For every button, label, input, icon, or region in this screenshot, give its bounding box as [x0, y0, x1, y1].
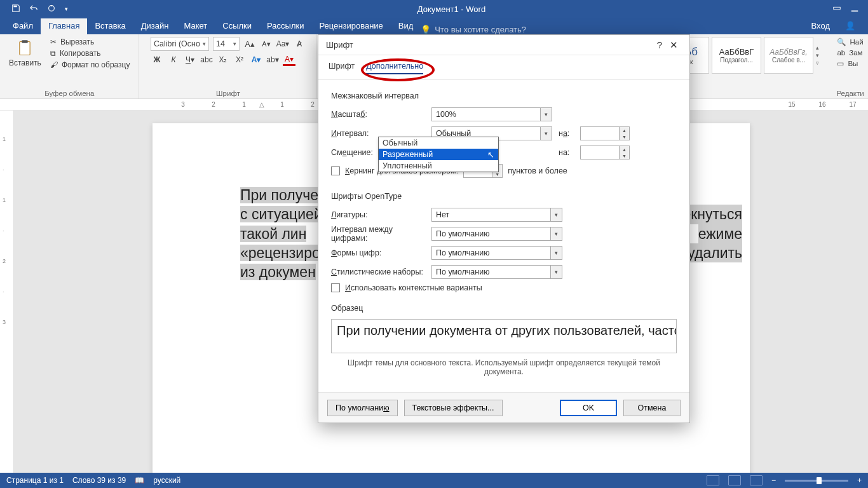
zoom-slider[interactable] — [785, 480, 848, 482]
status-bar: Страница 1 из 1 Слово 39 из 39 📖 русский… — [0, 473, 868, 488]
signin-button[interactable]: Вход — [804, 18, 837, 34]
save-icon[interactable] — [11, 4, 20, 15]
status-page[interactable]: Страница 1 из 1 — [6, 476, 64, 485]
ligatures-label: Лигатуры: — [331, 210, 425, 219]
ligatures-combo[interactable]: Нет▾ — [431, 208, 562, 222]
undo-icon[interactable] — [29, 4, 38, 15]
section-char-spacing: Межзнаковый интервал — [331, 92, 677, 100]
qat-dropdown-icon[interactable]: ▾ — [65, 6, 68, 12]
tab-design[interactable]: Дизайн — [133, 18, 177, 34]
ok-button[interactable]: OK — [560, 400, 617, 416]
paste-button[interactable]: Вставить — [6, 38, 44, 69]
dialog-button-bar: По умолчанию Текстовые эффекты... OK Отм… — [318, 392, 689, 423]
tab-references[interactable]: Ссылки — [215, 18, 259, 34]
group-label-editing: Редакти — [836, 90, 864, 97]
group-editing: 🔍 Най ab Зам ▭ Вы Редакти — [832, 34, 868, 98]
tab-mailings[interactable]: Рассылки — [259, 18, 311, 34]
dialog-tabs: Шрифт Дополнительно — [318, 55, 689, 80]
style-weak[interactable]: АаБбВвГг,Слабое в... — [764, 37, 813, 74]
change-case-icon[interactable]: Aa▾ — [276, 37, 289, 50]
kerning-checkbox[interactable] — [331, 166, 340, 175]
replace-button[interactable]: ab Зам — [834, 48, 865, 57]
dialog-help-icon[interactable]: ? — [653, 39, 666, 50]
numspacing-combo[interactable]: По умолчанию▾ — [431, 227, 562, 241]
numforms-label: Формы цифр: — [331, 248, 425, 257]
stylesets-label: Стилистические наборы: — [331, 268, 425, 276]
shrink-font-icon[interactable]: A▾ — [260, 37, 273, 50]
dialog-tab-advanced[interactable]: Дополнительно — [366, 62, 423, 74]
vertical-ruler[interactable]: 1· 1· 2· 3 — [0, 111, 14, 473]
default-button[interactable]: По умолчанию — [327, 400, 398, 416]
status-words[interactable]: Слово 39 из 39 — [72, 476, 126, 485]
font-name-combo[interactable]: Calibri (Осно▾ — [151, 37, 209, 51]
dialog-close-icon[interactable]: ✕ — [666, 39, 682, 51]
group-label-font: Шрифт — [216, 90, 240, 97]
svg-rect-3 — [20, 42, 30, 55]
tab-view[interactable]: Вид — [391, 18, 421, 34]
strike-icon[interactable]: abc — [200, 53, 213, 66]
tell-me-search[interactable]: 💡 Что вы хотите сделать? — [421, 25, 526, 34]
zoom-out-icon[interactable]: − — [771, 476, 776, 485]
subscript-icon[interactable]: X₂ — [217, 53, 229, 66]
view-read-icon[interactable] — [707, 475, 719, 485]
spacing-by-spinner[interactable]: ▲▼ — [580, 126, 630, 140]
stylesets-combo[interactable]: По умолчанию▾ — [431, 265, 562, 279]
find-button[interactable]: 🔍 Най — [834, 37, 865, 47]
kerning-tail-label: пунктов и более — [508, 166, 567, 175]
proofing-icon[interactable]: 📖 — [135, 476, 144, 485]
numforms-combo[interactable]: По умолчанию▾ — [431, 246, 562, 260]
superscript-icon[interactable]: X² — [233, 53, 246, 66]
view-print-icon[interactable] — [728, 475, 741, 485]
contextual-checkbox[interactable] — [331, 283, 340, 292]
cut-button[interactable]: ✂ Вырезать — [48, 37, 133, 47]
cancel-button[interactable]: Отмена — [623, 400, 681, 416]
copy-button[interactable]: ⧉ Копировать — [48, 48, 133, 58]
title-bar: ▾ Документ1 - Word — [0, 0, 868, 18]
tab-insert[interactable]: Вставка — [87, 18, 133, 34]
numspacing-label: Интервал между цифрами: — [331, 225, 425, 243]
dialog-tab-font[interactable]: Шрифт — [329, 62, 355, 74]
spacing-option-condensed[interactable]: Уплотненный — [379, 160, 498, 172]
grow-font-icon[interactable]: A▴ — [243, 37, 256, 50]
brush-icon: 🖌 — [50, 60, 58, 69]
tab-file[interactable]: Файл — [5, 18, 41, 34]
zoom-in-icon[interactable]: + — [857, 476, 862, 485]
tab-review[interactable]: Рецензирование — [311, 18, 390, 34]
spacing-option-normal[interactable]: Обычный — [379, 137, 498, 149]
style-subheading[interactable]: АаБбВвГПодзагол... — [712, 37, 761, 74]
format-painter-button[interactable]: 🖌 Формат по образцу — [48, 60, 133, 70]
highlight-icon[interactable]: ab▾ — [266, 53, 279, 66]
clear-format-icon[interactable]: A̷ — [293, 37, 306, 50]
bold-icon[interactable]: Ж — [151, 53, 163, 66]
text-effects-icon[interactable]: A▾ — [250, 53, 262, 66]
scale-combo[interactable]: 100%▾ — [431, 107, 552, 121]
share-icon[interactable]: 👤 — [837, 18, 863, 34]
svg-rect-1 — [834, 7, 841, 10]
status-language[interactable]: русский — [153, 476, 180, 485]
underline-icon[interactable]: Ч▾ — [184, 53, 196, 66]
text-effects-button[interactable]: Текстовые эффекты... — [404, 400, 503, 416]
position-by-label: на: — [559, 148, 574, 157]
styles-more-icon[interactable]: ▴▾▿ — [816, 37, 826, 74]
cursor-icon: ↖ — [487, 150, 494, 159]
tab-home[interactable]: Главная — [41, 18, 87, 34]
svg-rect-0 — [14, 5, 17, 7]
group-clipboard: Вставить ✂ Вырезать ⧉ Копировать 🖌 Форма… — [0, 34, 139, 98]
view-web-icon[interactable] — [750, 475, 763, 485]
spacing-option-expanded[interactable]: Разреженный ↖ — [379, 149, 498, 160]
copy-icon: ⧉ — [50, 49, 56, 58]
font-color-icon[interactable]: A▾ — [283, 53, 295, 66]
minimize-icon[interactable] — [850, 4, 859, 15]
ribbon-options-icon[interactable] — [832, 4, 841, 15]
tab-layout[interactable]: Макет — [176, 18, 215, 34]
redo-icon[interactable] — [47, 4, 56, 15]
select-button[interactable]: ▭ Вы — [834, 58, 865, 69]
spacing-dropdown[interactable]: Обычный Разреженный ↖ Уплотненный — [378, 137, 499, 172]
svg-rect-4 — [22, 40, 28, 43]
italic-icon[interactable]: К — [167, 53, 180, 66]
position-by-spinner[interactable]: ▲▼ — [580, 146, 630, 159]
scale-label: Масштаб: — [331, 110, 425, 119]
font-dialog: Шрифт ? ✕ Шрифт Дополнительно Межзнаковы… — [318, 34, 690, 423]
font-size-combo[interactable]: 14▾ — [213, 37, 240, 51]
scissors-icon: ✂ — [50, 37, 57, 46]
